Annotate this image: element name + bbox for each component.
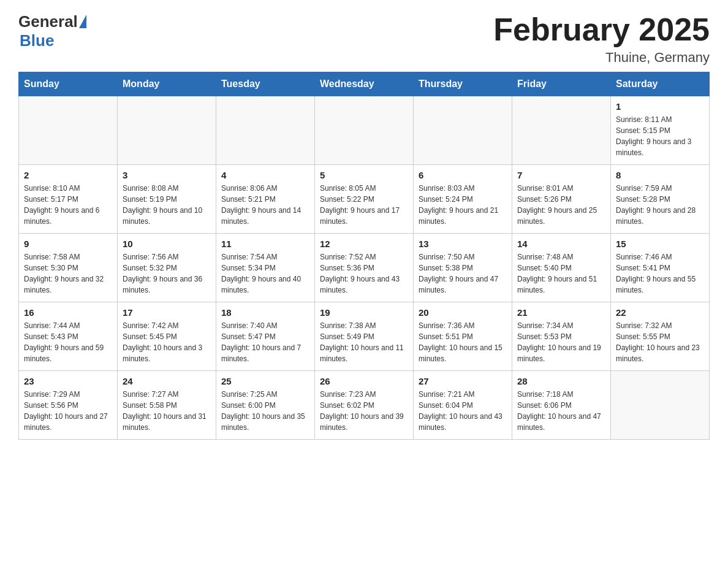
calendar-cell: 14Sunrise: 7:48 AMSunset: 5:40 PMDayligh…: [512, 234, 611, 302]
weekday-header-thursday: Thursday: [414, 72, 512, 96]
calendar-week-row: 23Sunrise: 7:29 AMSunset: 5:56 PMDayligh…: [19, 371, 710, 440]
calendar-cell: 15Sunrise: 7:46 AMSunset: 5:41 PMDayligh…: [611, 234, 710, 302]
day-info: Sunrise: 7:34 AMSunset: 5:53 PMDaylight:…: [517, 320, 605, 364]
day-number: 1: [616, 101, 704, 112]
day-info: Sunrise: 7:29 AMSunset: 5:56 PMDaylight:…: [24, 389, 112, 433]
calendar-cell: 7Sunrise: 8:01 AMSunset: 5:26 PMDaylight…: [512, 165, 611, 234]
weekday-header-sunday: Sunday: [19, 72, 118, 96]
day-number: 13: [419, 239, 507, 249]
calendar-week-row: 9Sunrise: 7:58 AMSunset: 5:30 PMDaylight…: [19, 234, 710, 302]
calendar-body: 1Sunrise: 8:11 AMSunset: 5:15 PMDaylight…: [19, 96, 710, 440]
day-info: Sunrise: 7:40 AMSunset: 5:47 PMDaylight:…: [221, 320, 309, 364]
day-info: Sunrise: 8:05 AMSunset: 5:22 PMDaylight:…: [320, 183, 408, 227]
calendar-cell: 5Sunrise: 8:05 AMSunset: 5:22 PMDaylight…: [315, 165, 414, 234]
day-info: Sunrise: 7:21 AMSunset: 6:04 PMDaylight:…: [419, 389, 507, 433]
day-number: 7: [517, 170, 605, 180]
calendar-cell: 9Sunrise: 7:58 AMSunset: 5:30 PMDaylight…: [19, 234, 118, 302]
weekday-header-wednesday: Wednesday: [315, 72, 414, 96]
day-info: Sunrise: 8:06 AMSunset: 5:21 PMDaylight:…: [221, 183, 309, 227]
location-text: Thuine, Germany: [493, 50, 710, 66]
day-info: Sunrise: 7:52 AMSunset: 5:36 PMDaylight:…: [320, 251, 408, 296]
day-info: Sunrise: 7:38 AMSunset: 5:49 PMDaylight:…: [320, 320, 408, 364]
day-number: 15: [616, 239, 704, 249]
logo-general-text: General: [18, 12, 78, 31]
weekday-header-saturday: Saturday: [611, 72, 710, 96]
day-number: 17: [123, 307, 211, 318]
day-number: 16: [24, 307, 112, 318]
calendar-cell: 4Sunrise: 8:06 AMSunset: 5:21 PMDaylight…: [216, 165, 315, 234]
day-info: Sunrise: 8:11 AMSunset: 5:15 PMDaylight:…: [616, 114, 704, 158]
day-number: 3: [123, 170, 211, 180]
day-info: Sunrise: 7:48 AMSunset: 5:40 PMDaylight:…: [517, 251, 605, 296]
day-number: 11: [221, 239, 309, 249]
logo: General Blue: [18, 12, 86, 50]
day-number: 2: [24, 170, 112, 180]
day-info: Sunrise: 7:27 AMSunset: 5:58 PMDaylight:…: [123, 389, 211, 433]
weekday-header-tuesday: Tuesday: [216, 72, 315, 96]
day-info: Sunrise: 8:10 AMSunset: 5:17 PMDaylight:…: [24, 183, 112, 227]
day-number: 5: [320, 170, 408, 180]
month-title: February 2025: [493, 12, 710, 47]
calendar-cell: 13Sunrise: 7:50 AMSunset: 5:38 PMDayligh…: [414, 234, 512, 302]
logo-triangle-icon: [79, 15, 86, 28]
calendar-cell: [19, 96, 118, 165]
calendar-cell: 20Sunrise: 7:36 AMSunset: 5:51 PMDayligh…: [414, 302, 512, 371]
calendar-cell: 8Sunrise: 7:59 AMSunset: 5:28 PMDaylight…: [611, 165, 710, 234]
day-info: Sunrise: 7:46 AMSunset: 5:41 PMDaylight:…: [616, 251, 704, 296]
day-info: Sunrise: 7:44 AMSunset: 5:43 PMDaylight:…: [24, 320, 112, 364]
day-info: Sunrise: 8:08 AMSunset: 5:19 PMDaylight:…: [123, 183, 211, 227]
day-info: Sunrise: 8:01 AMSunset: 5:26 PMDaylight:…: [517, 183, 605, 227]
title-area: February 2025 Thuine, Germany: [493, 12, 710, 66]
day-info: Sunrise: 7:54 AMSunset: 5:34 PMDaylight:…: [221, 251, 309, 296]
calendar-cell: 26Sunrise: 7:23 AMSunset: 6:02 PMDayligh…: [315, 371, 414, 440]
calendar-cell: [216, 96, 315, 165]
day-number: 28: [517, 376, 605, 386]
day-info: Sunrise: 7:18 AMSunset: 6:06 PMDaylight:…: [517, 389, 605, 433]
day-number: 23: [24, 376, 112, 386]
day-number: 20: [419, 307, 507, 318]
calendar-cell: [118, 96, 216, 165]
calendar-week-row: 2Sunrise: 8:10 AMSunset: 5:17 PMDaylight…: [19, 165, 710, 234]
day-info: Sunrise: 7:25 AMSunset: 6:00 PMDaylight:…: [221, 389, 309, 433]
calendar-header: SundayMondayTuesdayWednesdayThursdayFrid…: [19, 72, 710, 96]
calendar-cell: 2Sunrise: 8:10 AMSunset: 5:17 PMDaylight…: [19, 165, 118, 234]
day-info: Sunrise: 7:50 AMSunset: 5:38 PMDaylight:…: [419, 251, 507, 296]
day-number: 27: [419, 376, 507, 386]
calendar-cell: 22Sunrise: 7:32 AMSunset: 5:55 PMDayligh…: [611, 302, 710, 371]
day-number: 10: [123, 239, 211, 249]
calendar-cell: 17Sunrise: 7:42 AMSunset: 5:45 PMDayligh…: [118, 302, 216, 371]
calendar-cell: 11Sunrise: 7:54 AMSunset: 5:34 PMDayligh…: [216, 234, 315, 302]
day-info: Sunrise: 8:03 AMSunset: 5:24 PMDaylight:…: [419, 183, 507, 227]
day-number: 19: [320, 307, 408, 318]
calendar-cell: 18Sunrise: 7:40 AMSunset: 5:47 PMDayligh…: [216, 302, 315, 371]
day-number: 21: [517, 307, 605, 318]
day-info: Sunrise: 7:56 AMSunset: 5:32 PMDaylight:…: [123, 251, 211, 296]
calendar-table: SundayMondayTuesdayWednesdayThursdayFrid…: [18, 72, 710, 440]
day-info: Sunrise: 7:58 AMSunset: 5:30 PMDaylight:…: [24, 251, 112, 296]
weekday-header-friday: Friday: [512, 72, 611, 96]
calendar-week-row: 1Sunrise: 8:11 AMSunset: 5:15 PMDaylight…: [19, 96, 710, 165]
calendar-cell: 19Sunrise: 7:38 AMSunset: 5:49 PMDayligh…: [315, 302, 414, 371]
calendar-cell: 27Sunrise: 7:21 AMSunset: 6:04 PMDayligh…: [414, 371, 512, 440]
calendar-cell: 1Sunrise: 8:11 AMSunset: 5:15 PMDaylight…: [611, 96, 710, 165]
day-number: 18: [221, 307, 309, 318]
calendar-week-row: 16Sunrise: 7:44 AMSunset: 5:43 PMDayligh…: [19, 302, 710, 371]
calendar-cell: [315, 96, 414, 165]
calendar-cell: 6Sunrise: 8:03 AMSunset: 5:24 PMDaylight…: [414, 165, 512, 234]
calendar-cell: 28Sunrise: 7:18 AMSunset: 6:06 PMDayligh…: [512, 371, 611, 440]
day-number: 6: [419, 170, 507, 180]
weekday-header-row: SundayMondayTuesdayWednesdayThursdayFrid…: [19, 72, 710, 96]
calendar-cell: [611, 371, 710, 440]
page-header: General Blue February 2025 Thuine, Germa…: [18, 12, 710, 66]
day-info: Sunrise: 7:59 AMSunset: 5:28 PMDaylight:…: [616, 183, 704, 227]
day-info: Sunrise: 7:32 AMSunset: 5:55 PMDaylight:…: [616, 320, 704, 364]
day-number: 8: [616, 170, 704, 180]
calendar-cell: 12Sunrise: 7:52 AMSunset: 5:36 PMDayligh…: [315, 234, 414, 302]
day-number: 4: [221, 170, 309, 180]
calendar-cell: 24Sunrise: 7:27 AMSunset: 5:58 PMDayligh…: [118, 371, 216, 440]
calendar-cell: 10Sunrise: 7:56 AMSunset: 5:32 PMDayligh…: [118, 234, 216, 302]
calendar-cell: 25Sunrise: 7:25 AMSunset: 6:00 PMDayligh…: [216, 371, 315, 440]
calendar-cell: 23Sunrise: 7:29 AMSunset: 5:56 PMDayligh…: [19, 371, 118, 440]
calendar-cell: [512, 96, 611, 165]
day-number: 12: [320, 239, 408, 249]
